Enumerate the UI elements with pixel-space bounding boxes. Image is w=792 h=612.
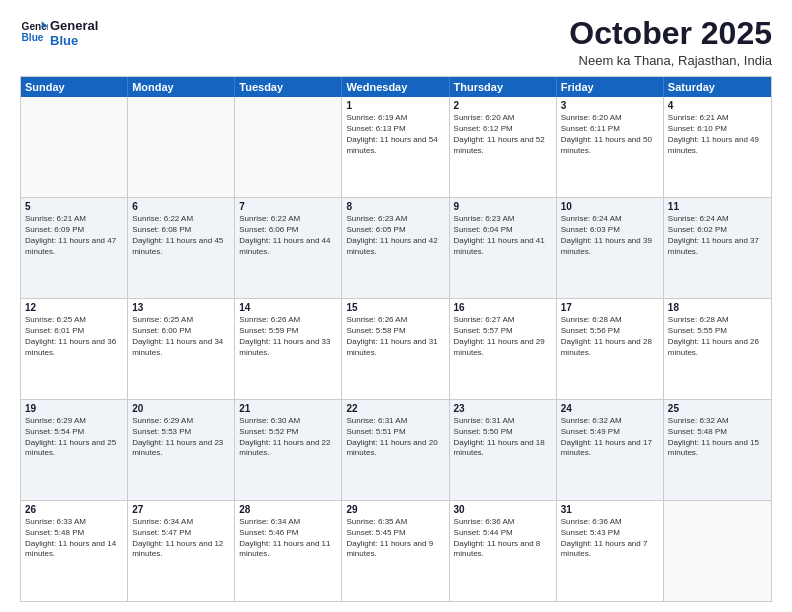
cell-info: Sunrise: 6:21 AM Sunset: 6:10 PM Dayligh…	[668, 113, 767, 156]
day-number: 26	[25, 504, 123, 515]
day-number: 14	[239, 302, 337, 313]
cell-info: Sunrise: 6:34 AM Sunset: 5:46 PM Dayligh…	[239, 517, 337, 560]
day-number: 13	[132, 302, 230, 313]
day-cell-31: 31Sunrise: 6:36 AM Sunset: 5:43 PM Dayli…	[557, 501, 664, 601]
cell-info: Sunrise: 6:29 AM Sunset: 5:53 PM Dayligh…	[132, 416, 230, 459]
day-cell-17: 17Sunrise: 6:28 AM Sunset: 5:56 PM Dayli…	[557, 299, 664, 399]
day-number: 29	[346, 504, 444, 515]
cell-info: Sunrise: 6:20 AM Sunset: 6:11 PM Dayligh…	[561, 113, 659, 156]
day-number: 28	[239, 504, 337, 515]
calendar-week-4: 19Sunrise: 6:29 AM Sunset: 5:54 PM Dayli…	[21, 400, 771, 501]
cell-info: Sunrise: 6:36 AM Sunset: 5:43 PM Dayligh…	[561, 517, 659, 560]
header-day-saturday: Saturday	[664, 77, 771, 97]
day-number: 30	[454, 504, 552, 515]
day-cell-14: 14Sunrise: 6:26 AM Sunset: 5:59 PM Dayli…	[235, 299, 342, 399]
cell-info: Sunrise: 6:24 AM Sunset: 6:03 PM Dayligh…	[561, 214, 659, 257]
day-number: 9	[454, 201, 552, 212]
empty-cell	[21, 97, 128, 197]
day-cell-28: 28Sunrise: 6:34 AM Sunset: 5:46 PM Dayli…	[235, 501, 342, 601]
day-number: 16	[454, 302, 552, 313]
day-number: 31	[561, 504, 659, 515]
day-number: 19	[25, 403, 123, 414]
day-cell-23: 23Sunrise: 6:31 AM Sunset: 5:50 PM Dayli…	[450, 400, 557, 500]
empty-cell	[235, 97, 342, 197]
cell-info: Sunrise: 6:35 AM Sunset: 5:45 PM Dayligh…	[346, 517, 444, 560]
empty-cell	[664, 501, 771, 601]
calendar-week-1: 1Sunrise: 6:19 AM Sunset: 6:13 PM Daylig…	[21, 97, 771, 198]
day-number: 5	[25, 201, 123, 212]
location-subtitle: Neem ka Thana, Rajasthan, India	[569, 53, 772, 68]
day-cell-11: 11Sunrise: 6:24 AM Sunset: 6:02 PM Dayli…	[664, 198, 771, 298]
day-number: 11	[668, 201, 767, 212]
day-cell-10: 10Sunrise: 6:24 AM Sunset: 6:03 PM Dayli…	[557, 198, 664, 298]
calendar-header: SundayMondayTuesdayWednesdayThursdayFrid…	[21, 77, 771, 97]
page: General Blue General Blue October 2025 N…	[0, 0, 792, 612]
day-cell-20: 20Sunrise: 6:29 AM Sunset: 5:53 PM Dayli…	[128, 400, 235, 500]
day-cell-27: 27Sunrise: 6:34 AM Sunset: 5:47 PM Dayli…	[128, 501, 235, 601]
day-cell-6: 6Sunrise: 6:22 AM Sunset: 6:08 PM Daylig…	[128, 198, 235, 298]
logo-line1: General	[50, 18, 98, 33]
empty-cell	[128, 97, 235, 197]
cell-info: Sunrise: 6:26 AM Sunset: 5:58 PM Dayligh…	[346, 315, 444, 358]
day-number: 8	[346, 201, 444, 212]
day-number: 17	[561, 302, 659, 313]
day-cell-30: 30Sunrise: 6:36 AM Sunset: 5:44 PM Dayli…	[450, 501, 557, 601]
day-number: 3	[561, 100, 659, 111]
day-number: 25	[668, 403, 767, 414]
calendar-week-5: 26Sunrise: 6:33 AM Sunset: 5:48 PM Dayli…	[21, 501, 771, 601]
day-number: 12	[25, 302, 123, 313]
day-cell-2: 2Sunrise: 6:20 AM Sunset: 6:12 PM Daylig…	[450, 97, 557, 197]
day-number: 21	[239, 403, 337, 414]
day-cell-16: 16Sunrise: 6:27 AM Sunset: 5:57 PM Dayli…	[450, 299, 557, 399]
cell-info: Sunrise: 6:23 AM Sunset: 6:05 PM Dayligh…	[346, 214, 444, 257]
day-cell-26: 26Sunrise: 6:33 AM Sunset: 5:48 PM Dayli…	[21, 501, 128, 601]
header-day-friday: Friday	[557, 77, 664, 97]
day-number: 18	[668, 302, 767, 313]
header-day-thursday: Thursday	[450, 77, 557, 97]
day-cell-12: 12Sunrise: 6:25 AM Sunset: 6:01 PM Dayli…	[21, 299, 128, 399]
cell-info: Sunrise: 6:32 AM Sunset: 5:48 PM Dayligh…	[668, 416, 767, 459]
cell-info: Sunrise: 6:25 AM Sunset: 6:01 PM Dayligh…	[25, 315, 123, 358]
day-cell-13: 13Sunrise: 6:25 AM Sunset: 6:00 PM Dayli…	[128, 299, 235, 399]
logo-icon: General Blue	[20, 18, 48, 46]
cell-info: Sunrise: 6:34 AM Sunset: 5:47 PM Dayligh…	[132, 517, 230, 560]
header-day-monday: Monday	[128, 77, 235, 97]
day-cell-18: 18Sunrise: 6:28 AM Sunset: 5:55 PM Dayli…	[664, 299, 771, 399]
logo-line2: Blue	[50, 33, 98, 48]
cell-info: Sunrise: 6:29 AM Sunset: 5:54 PM Dayligh…	[25, 416, 123, 459]
cell-info: Sunrise: 6:20 AM Sunset: 6:12 PM Dayligh…	[454, 113, 552, 156]
calendar: SundayMondayTuesdayWednesdayThursdayFrid…	[20, 76, 772, 602]
day-number: 6	[132, 201, 230, 212]
day-number: 2	[454, 100, 552, 111]
cell-info: Sunrise: 6:36 AM Sunset: 5:44 PM Dayligh…	[454, 517, 552, 560]
cell-info: Sunrise: 6:27 AM Sunset: 5:57 PM Dayligh…	[454, 315, 552, 358]
cell-info: Sunrise: 6:33 AM Sunset: 5:48 PM Dayligh…	[25, 517, 123, 560]
day-number: 1	[346, 100, 444, 111]
cell-info: Sunrise: 6:32 AM Sunset: 5:49 PM Dayligh…	[561, 416, 659, 459]
cell-info: Sunrise: 6:25 AM Sunset: 6:00 PM Dayligh…	[132, 315, 230, 358]
day-cell-22: 22Sunrise: 6:31 AM Sunset: 5:51 PM Dayli…	[342, 400, 449, 500]
day-cell-19: 19Sunrise: 6:29 AM Sunset: 5:54 PM Dayli…	[21, 400, 128, 500]
day-cell-4: 4Sunrise: 6:21 AM Sunset: 6:10 PM Daylig…	[664, 97, 771, 197]
cell-info: Sunrise: 6:22 AM Sunset: 6:06 PM Dayligh…	[239, 214, 337, 257]
calendar-week-3: 12Sunrise: 6:25 AM Sunset: 6:01 PM Dayli…	[21, 299, 771, 400]
day-cell-3: 3Sunrise: 6:20 AM Sunset: 6:11 PM Daylig…	[557, 97, 664, 197]
cell-info: Sunrise: 6:28 AM Sunset: 5:55 PM Dayligh…	[668, 315, 767, 358]
cell-info: Sunrise: 6:31 AM Sunset: 5:50 PM Dayligh…	[454, 416, 552, 459]
day-cell-21: 21Sunrise: 6:30 AM Sunset: 5:52 PM Dayli…	[235, 400, 342, 500]
day-cell-9: 9Sunrise: 6:23 AM Sunset: 6:04 PM Daylig…	[450, 198, 557, 298]
day-number: 22	[346, 403, 444, 414]
logo: General Blue General Blue	[20, 16, 98, 48]
day-cell-29: 29Sunrise: 6:35 AM Sunset: 5:45 PM Dayli…	[342, 501, 449, 601]
day-cell-25: 25Sunrise: 6:32 AM Sunset: 5:48 PM Dayli…	[664, 400, 771, 500]
header-day-wednesday: Wednesday	[342, 77, 449, 97]
day-cell-1: 1Sunrise: 6:19 AM Sunset: 6:13 PM Daylig…	[342, 97, 449, 197]
header-day-sunday: Sunday	[21, 77, 128, 97]
day-cell-8: 8Sunrise: 6:23 AM Sunset: 6:05 PM Daylig…	[342, 198, 449, 298]
month-title: October 2025	[569, 16, 772, 51]
cell-info: Sunrise: 6:28 AM Sunset: 5:56 PM Dayligh…	[561, 315, 659, 358]
calendar-body: 1Sunrise: 6:19 AM Sunset: 6:13 PM Daylig…	[21, 97, 771, 601]
cell-info: Sunrise: 6:22 AM Sunset: 6:08 PM Dayligh…	[132, 214, 230, 257]
day-number: 7	[239, 201, 337, 212]
day-number: 15	[346, 302, 444, 313]
